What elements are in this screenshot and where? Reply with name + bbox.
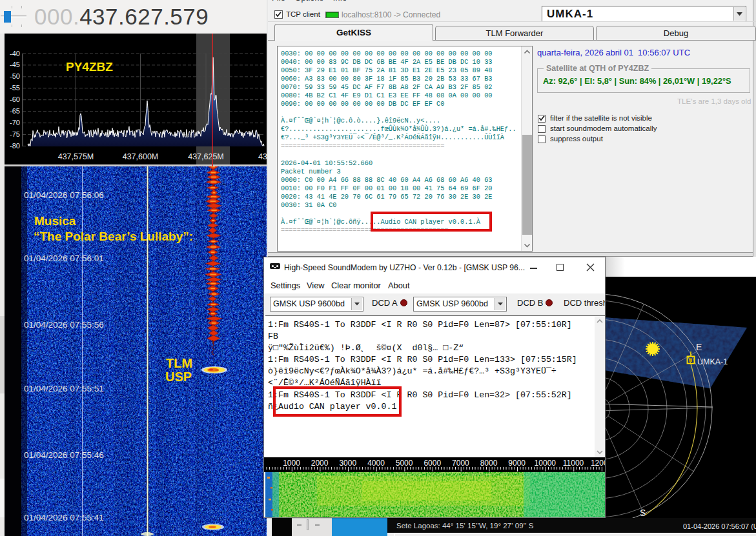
svg-text:7000: 7000 <box>452 459 469 468</box>
svg-text:01/04/2026 07:56:06: 01/04/2026 07:56:06 <box>24 190 104 200</box>
svg-text:10000: 10000 <box>535 459 557 468</box>
svg-text:5000: 5000 <box>396 459 413 468</box>
svg-text:“The Polar Bear’s Lullaby”:: “The Polar Bear’s Lullaby”: <box>34 230 193 243</box>
svg-text:4000: 4000 <box>367 459 385 468</box>
svg-text:PY4ZBZ: PY4ZBZ <box>66 60 113 74</box>
svg-text:UMKA-1: UMKA-1 <box>697 357 728 366</box>
svg-text:01/04/2026 07:55:41: 01/04/2026 07:55:41 <box>24 513 104 522</box>
svg-text:-65: -65 <box>10 107 20 115</box>
svg-text:01/04/2026 07:55:51: 01/04/2026 07:55:51 <box>24 384 104 393</box>
svg-text:437,575M: 437,575M <box>58 152 94 161</box>
svg-text:-40: -40 <box>10 50 20 57</box>
svg-text:-55: -55 <box>10 84 20 92</box>
svg-text:01/04/2026 07:56:01: 01/04/2026 07:56:01 <box>24 253 104 263</box>
svg-text:01/04/2026 07:55:46: 01/04/2026 07:55:46 <box>24 450 104 460</box>
svg-text:11000: 11000 <box>563 459 584 468</box>
svg-text:1000: 1000 <box>283 459 300 468</box>
svg-text:6000: 6000 <box>424 459 441 468</box>
svg-text:USP: USP <box>165 370 192 384</box>
svg-text:9000: 9000 <box>508 459 526 468</box>
svg-text:-60: -60 <box>10 95 20 103</box>
svg-text:2000: 2000 <box>311 459 329 468</box>
svg-text:-50: -50 <box>10 72 20 80</box>
svg-text:437,600M: 437,600M <box>123 152 159 161</box>
svg-text:-70: -70 <box>10 119 20 126</box>
svg-text:S: S <box>640 508 646 518</box>
svg-text:01/04/2026 07:55:56: 01/04/2026 07:55:56 <box>24 320 104 330</box>
svg-text:-80: -80 <box>10 142 20 150</box>
svg-text:12000: 12000 <box>591 459 605 468</box>
svg-text:TLM: TLM <box>166 356 192 370</box>
svg-text:-75: -75 <box>10 130 20 138</box>
svg-text:8000: 8000 <box>480 459 498 468</box>
svg-text:Musica: Musica <box>34 214 76 228</box>
svg-text:437: 437 <box>258 152 267 161</box>
svg-text:3000: 3000 <box>339 459 356 468</box>
svg-text:437,625M: 437,625M <box>188 152 224 161</box>
svg-text:-45: -45 <box>10 61 20 68</box>
svg-text:E: E <box>696 342 702 352</box>
